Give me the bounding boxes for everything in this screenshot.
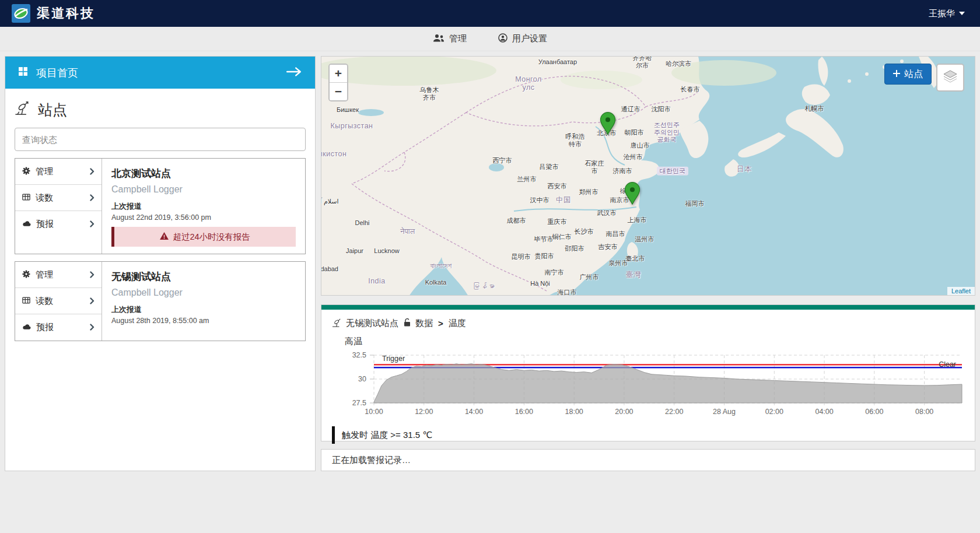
brand-title: 渠道科技 xyxy=(37,5,95,22)
svg-text:02:00: 02:00 xyxy=(765,408,783,416)
station-logger-type: Campbell Logger xyxy=(111,184,296,195)
leaflet-attribution-link[interactable]: Leaflet xyxy=(947,287,975,295)
menu-item-label: 读数 xyxy=(36,296,53,307)
station-card-body: 北京测试站点Campbell Logger上次报道August 22nd 201… xyxy=(102,159,305,254)
warning-icon xyxy=(160,232,169,241)
layers-icon xyxy=(943,69,958,86)
station-alert: 超过24小时没有报告 xyxy=(111,227,296,247)
gear-icon xyxy=(22,270,30,280)
menu-item-forecast[interactable]: 预报 xyxy=(15,211,102,237)
chevron-right-icon xyxy=(90,193,94,203)
station-name: 无锡测试站点 xyxy=(111,270,296,283)
map-base-layer xyxy=(321,57,975,296)
user-name: 王振华 xyxy=(929,8,955,19)
menu-item-label: 预报 xyxy=(36,219,54,230)
menu-item-manage[interactable]: 管理 xyxy=(15,159,102,185)
station-name: 北京测试站点 xyxy=(111,167,296,180)
temperature-chart: 10:0012:0014:0016:0018:0020:0022:0028 Au… xyxy=(321,348,975,419)
plus-icon xyxy=(893,69,900,79)
station-alert-text: 超过24小时没有报告 xyxy=(173,232,250,243)
station-card-list: 管理读数预报北京测试站点Campbell Logger上次报道August 22… xyxy=(5,158,315,341)
add-station-label: 站点 xyxy=(904,68,923,80)
nav-item-user-settings[interactable]: 用户设置 xyxy=(498,33,547,44)
svg-text:22:00: 22:00 xyxy=(665,408,683,416)
company-logo-icon xyxy=(12,4,30,23)
layers-button[interactable] xyxy=(936,64,964,92)
chart-title: 高温 xyxy=(321,329,975,347)
grid-icon xyxy=(18,66,28,79)
menu-item-manage[interactable]: 管理 xyxy=(15,262,102,288)
station-card-body: 无锡测试站点Campbell Logger上次报道August 28th 201… xyxy=(102,262,305,341)
svg-text:08:00: 08:00 xyxy=(915,408,933,416)
nav-item-label: 管理 xyxy=(449,33,467,44)
svg-text:28 Aug: 28 Aug xyxy=(713,408,736,416)
station-card-menu: 管理读数预报 xyxy=(15,262,102,341)
svg-text:Trigger: Trigger xyxy=(382,355,405,363)
menu-item-label: 预报 xyxy=(36,322,54,333)
crumb-station[interactable]: 无锡测试站点 xyxy=(332,318,398,329)
menu-item-label: 读数 xyxy=(36,192,53,204)
map-marker-pin[interactable] xyxy=(600,111,616,137)
menu-item-readings[interactable]: 读数 xyxy=(15,288,102,314)
nav-item-admin[interactable]: 管理 xyxy=(433,33,467,44)
menu-item-forecast[interactable]: 预报 xyxy=(15,314,102,341)
svg-text:16:00: 16:00 xyxy=(515,408,533,416)
menu-item-label: 管理 xyxy=(36,166,53,177)
temperature-chart-panel: 无锡测试站点 数据 > 温度 高温 10:0012:0014:0016:0018… xyxy=(321,304,975,441)
map-zoom-control: + − xyxy=(328,64,348,101)
svg-text:Clear: Clear xyxy=(939,360,956,369)
station-logger-type: Campbell Logger xyxy=(111,287,296,298)
note-accent-bar xyxy=(332,426,335,444)
cloud-icon xyxy=(22,219,31,230)
trigger-condition-text: 触发时 温度 >= 31.5 ℃ xyxy=(342,430,432,441)
user-menu[interactable]: 王振华 xyxy=(929,8,965,19)
svg-text:12:00: 12:00 xyxy=(415,408,433,416)
chart-area[interactable]: 10:0012:0014:0016:0018:0020:0022:0028 Au… xyxy=(321,347,975,422)
svg-text:10:00: 10:00 xyxy=(365,408,383,416)
svg-text:06:00: 06:00 xyxy=(865,408,883,416)
gear-icon xyxy=(22,167,30,177)
panel-accent-bar xyxy=(321,305,975,310)
station-card-menu: 管理读数预报 xyxy=(15,159,102,254)
stations-section-label: 站点 xyxy=(38,100,67,120)
chevron-right-icon xyxy=(90,322,94,332)
users-icon xyxy=(433,34,444,44)
crumb-separator: > xyxy=(438,318,443,328)
add-station-button[interactable]: 站点 xyxy=(884,64,932,85)
chart-breadcrumb: 无锡测试站点 数据 > 温度 xyxy=(321,310,975,329)
last-report-label: 上次报道 xyxy=(111,201,296,212)
project-home-header[interactable]: 项目首页 xyxy=(5,57,315,89)
svg-text:27.5: 27.5 xyxy=(352,399,366,407)
map-marker-pin[interactable] xyxy=(625,181,640,207)
unlock-icon xyxy=(403,318,411,329)
svg-text:18:00: 18:00 xyxy=(565,408,583,416)
trigger-condition-note: 触发时 温度 >= 31.5 ℃ xyxy=(332,426,975,444)
svg-text:04:00: 04:00 xyxy=(815,408,833,416)
cloud-icon xyxy=(22,322,31,333)
chevron-right-icon xyxy=(90,296,94,306)
stations-section-title: 站点 xyxy=(5,89,315,128)
station-search-input[interactable] xyxy=(15,128,306,151)
right-column: УлаанбаатарМонгол улс乌鲁木 齐市БишкекКыргызс… xyxy=(321,56,975,471)
svg-text:20:00: 20:00 xyxy=(615,408,633,416)
menu-item-readings[interactable]: 读数 xyxy=(15,185,102,211)
leaflet-map[interactable]: УлаанбаатарМонгол улс乌鲁木 齐市БишкекКыргызс… xyxy=(321,56,975,296)
zoom-out-button[interactable]: − xyxy=(330,83,347,100)
station-card: 管理读数预报无锡测试站点Campbell Logger上次报道August 28… xyxy=(15,261,306,341)
svg-text:32.5: 32.5 xyxy=(352,351,366,359)
station-icon xyxy=(15,101,30,119)
alarm-log-loading-panel: 正在加载警报记录… xyxy=(321,449,975,471)
crumb-metric: 温度 xyxy=(449,318,466,329)
table-icon xyxy=(22,296,30,306)
zoom-in-button[interactable]: + xyxy=(330,65,347,83)
user-circle-icon xyxy=(498,33,508,44)
crumb-data-path[interactable]: 数据 > 温度 xyxy=(403,318,466,329)
station-card: 管理读数预报北京测试站点Campbell Logger上次报道August 22… xyxy=(15,158,306,254)
arrow-right-icon[interactable] xyxy=(286,66,302,79)
last-report-label: 上次报道 xyxy=(111,304,296,315)
table-icon xyxy=(22,193,30,203)
last-report-time: August 22nd 2019, 3:56:00 pm xyxy=(111,213,296,222)
project-panel: 项目首页 站点 管理读数预报北京测试站点Campbell Logger上次报道A… xyxy=(5,56,316,471)
chevron-right-icon xyxy=(90,270,94,280)
loading-text: 正在加载警报记录… xyxy=(332,455,411,466)
